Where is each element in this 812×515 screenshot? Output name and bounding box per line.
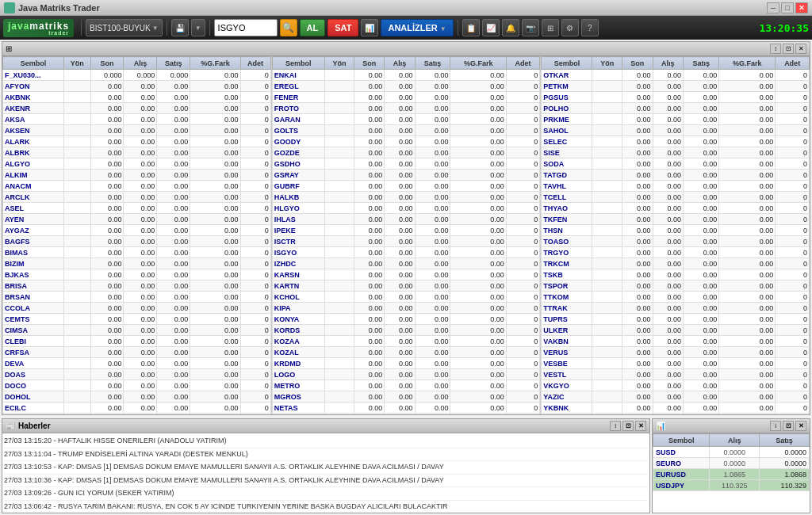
market-detach-icon[interactable]: ⊡	[783, 44, 794, 54]
table-row[interactable]: SELEC0.000.000.000.000	[542, 136, 810, 147]
table-row[interactable]: NTTUR0.000.000.000.000	[272, 414, 540, 415]
news-item[interactable]: 27/03 13:10:36 - KAP: DMSAS [1] DEMSAS D…	[4, 475, 648, 488]
table-row[interactable]: CIMSA0.000.000.000.000	[3, 325, 271, 336]
table-row[interactable]: YKBNK0.000.000.000.000	[542, 402, 810, 414]
table-row[interactable]: ENKAI0.000.000.000.000	[272, 70, 540, 81]
search-button[interactable]: 🔍	[280, 19, 297, 36]
table-row[interactable]: AFYON0.000.000.000.000	[3, 81, 271, 92]
forex-row[interactable]: SUSD0.00000.0000	[653, 447, 810, 458]
camera-btn[interactable]: 📷	[522, 19, 539, 36]
buy-button[interactable]: AL	[300, 19, 326, 36]
table-row[interactable]: VAKBN0.000.000.000.000	[542, 336, 810, 347]
forex-close-icon[interactable]: ✕	[795, 421, 806, 431]
table-row[interactable]: ISCTR0.000.000.000.000	[272, 236, 540, 247]
close-btn[interactable]: ✕	[795, 2, 808, 13]
table-row[interactable]: F_XU030...0.0000.0000.0000.000	[3, 70, 271, 81]
table-row[interactable]: LOGO0.000.000.000.000	[272, 369, 540, 380]
table-row[interactable]: AYGAZ0.000.000.000.000	[3, 225, 271, 236]
table-row[interactable]: ALGYO0.000.000.000.000	[3, 158, 271, 170]
forex-expand-icon[interactable]: ↕	[770, 421, 781, 431]
table-row[interactable]: KARSN0.000.000.000.000	[272, 269, 540, 280]
table-row[interactable]: GOZDE0.000.000.000.000	[272, 147, 540, 158]
forex-row[interactable]: SEURO0.00000.0000	[653, 458, 810, 469]
table-row[interactable]: KARTN0.000.000.000.000	[272, 280, 540, 292]
table-row[interactable]: TCELL0.000.000.000.000	[542, 192, 810, 203]
table-row[interactable]: VERUS0.000.000.000.000	[542, 347, 810, 358]
table-row[interactable]: GSDHO0.000.000.000.000	[272, 158, 540, 170]
table-row[interactable]: CRFSA0.000.000.000.000	[3, 347, 271, 358]
table-row[interactable]: GOLTS0.000.000.000.000	[272, 125, 540, 136]
table-row[interactable]: ANACM0.000.000.000.000	[3, 181, 271, 192]
table-row[interactable]: PGSUS0.000.000.000.000	[542, 92, 810, 103]
table-row[interactable]: ECZYT0.000.000.000.000	[3, 414, 271, 415]
news-item[interactable]: 27/03 13:09:26 - GUN ICI YORUM (SEKER YA…	[4, 487, 648, 501]
table-row[interactable]: TOASO0.000.000.000.000	[542, 236, 810, 247]
news-item[interactable]: 27/03 13:11:04 - TRUMP ENDİSELERİ ALTINA…	[4, 448, 648, 462]
table-row[interactable]: CEMTS0.000.000.000.000	[3, 314, 271, 325]
table-row[interactable]: IPEKE0.000.000.000.000	[272, 225, 540, 236]
forex-detach-icon[interactable]: ⊡	[783, 421, 794, 431]
news-item[interactable]: 27/03 13:10:53 - KAP: DMSAS [1] DEMSAS D…	[4, 461, 648, 475]
table-row[interactable]: OTKAR0.000.000.000.000	[542, 70, 810, 81]
table-row[interactable]: DOCO0.000.000.000.000	[3, 380, 271, 391]
graph-btn[interactable]: 📈	[482, 19, 500, 36]
news-panel-icons[interactable]: ↕ ⊡ ✕	[610, 421, 646, 431]
table-row[interactable]: ALBRK0.000.000.000.000	[3, 147, 271, 158]
forex-row[interactable]: EURUSD1.08651.0868	[653, 469, 810, 480]
table-row[interactable]: TUPRS0.000.000.000.000	[542, 314, 810, 325]
table-row[interactable]: SODA0.000.000.000.000	[542, 158, 810, 170]
table-row[interactable]: POLHO0.000.000.000.000	[542, 103, 810, 114]
market-expand-icon[interactable]: ↕	[770, 44, 781, 54]
table-row[interactable]: THYAO0.000.000.000.000	[542, 203, 810, 214]
table-row[interactable]: ALARK0.000.000.000.000	[3, 136, 271, 147]
table-row[interactable]: AKSEN0.000.000.000.000	[3, 125, 271, 136]
news-item[interactable]: 27/03 13:06:42 - RUSYA TARIM BAKANI: RUS…	[4, 501, 648, 514]
analizler-button[interactable]: ANALİZLER ▼	[381, 19, 453, 36]
table-row[interactable]: KOZAA0.000.000.000.000	[272, 336, 540, 347]
table-row[interactable]: KIPA0.000.000.000.000	[272, 303, 540, 314]
table-row[interactable]: ZOREN0.000.000.000.000	[542, 414, 810, 415]
forex-panel-icons[interactable]: ↕ ⊡ ✕	[770, 421, 806, 431]
bell-btn[interactable]: 🔔	[502, 19, 519, 36]
table-row[interactable]: HLGYO0.000.000.000.000	[272, 203, 540, 214]
table-row[interactable]: ULKER0.000.000.000.000	[542, 325, 810, 336]
table-row[interactable]: GSRAY0.000.000.000.000	[272, 170, 540, 181]
table-row[interactable]: TTRAK0.000.000.000.000	[542, 303, 810, 314]
table-row[interactable]: ISGYO0.000.000.000.000	[272, 247, 540, 258]
table-row[interactable]: VKGYO0.000.000.000.000	[542, 380, 810, 391]
table-row[interactable]: BIZIM0.000.000.000.000	[3, 258, 271, 269]
table-row[interactable]: BRISA0.000.000.000.000	[3, 280, 271, 292]
window-controls[interactable]: ─ □ ✕	[767, 2, 808, 13]
table-row[interactable]: HALKB0.000.000.000.000	[272, 192, 540, 203]
market-panel-icons[interactable]: ↕ ⊡ ✕	[770, 44, 806, 54]
save-btn[interactable]: 💾	[171, 19, 189, 36]
table-row[interactable]: CLEBI0.000.000.000.000	[3, 336, 271, 347]
table-row[interactable]: VESTL0.000.000.000.000	[542, 369, 810, 380]
table-row[interactable]: YAZIC0.000.000.000.000	[542, 391, 810, 402]
save-dropdown[interactable]: ▼	[191, 19, 205, 36]
table-row[interactable]: ASEL0.000.000.000.000	[3, 203, 271, 214]
table-btn[interactable]: ⊞	[542, 19, 559, 36]
table-row[interactable]: AKSA0.000.000.000.000	[3, 114, 271, 125]
watchlist-btn[interactable]: 📋	[462, 19, 480, 36]
help-btn[interactable]: ?	[581, 19, 599, 36]
table-row[interactable]: BJKAS0.000.000.000.000	[3, 269, 271, 280]
market-close-icon[interactable]: ✕	[795, 44, 806, 54]
table-row[interactable]: TATGD0.000.000.000.000	[542, 170, 810, 181]
table-row[interactable]: TKFEN0.000.000.000.000	[542, 214, 810, 225]
table-row[interactable]: TAVHL0.000.000.000.000	[542, 181, 810, 192]
table-row[interactable]: KCHOL0.000.000.000.000	[272, 292, 540, 303]
table-row[interactable]: AKENR0.000.000.000.000	[3, 103, 271, 114]
table-row[interactable]: KOZAL0.000.000.000.000	[272, 347, 540, 358]
settings-btn[interactable]: ⚙	[561, 19, 579, 36]
forex-row[interactable]: USDJPY110.325110.329	[653, 480, 810, 491]
table-row[interactable]: BAGFS0.000.000.000.000	[3, 236, 271, 247]
table-row[interactable]: TSKB0.000.000.000.000	[542, 269, 810, 280]
table-row[interactable]: KONYA0.000.000.000.000	[272, 314, 540, 325]
table-row[interactable]: PRKME0.000.000.000.000	[542, 114, 810, 125]
table-row[interactable]: TTKOM0.000.000.000.000	[542, 292, 810, 303]
table-row[interactable]: BRSAN0.000.000.000.000	[3, 292, 271, 303]
news-detach-icon[interactable]: ⊡	[622, 421, 634, 431]
table-row[interactable]: PETKM0.000.000.000.000	[542, 81, 810, 92]
table-row[interactable]: FENER0.000.000.000.000	[272, 92, 540, 103]
